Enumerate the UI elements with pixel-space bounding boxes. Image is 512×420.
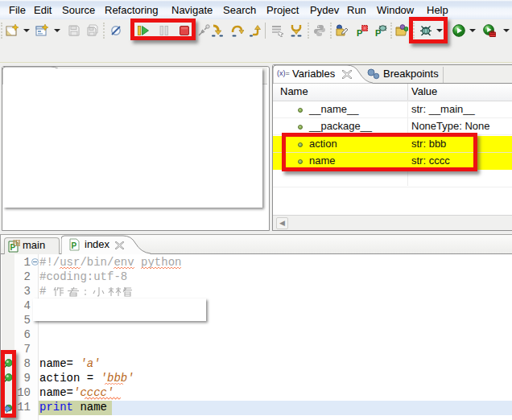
svg-text:P: P (10, 243, 15, 252)
svg-text:P: P (71, 241, 76, 250)
